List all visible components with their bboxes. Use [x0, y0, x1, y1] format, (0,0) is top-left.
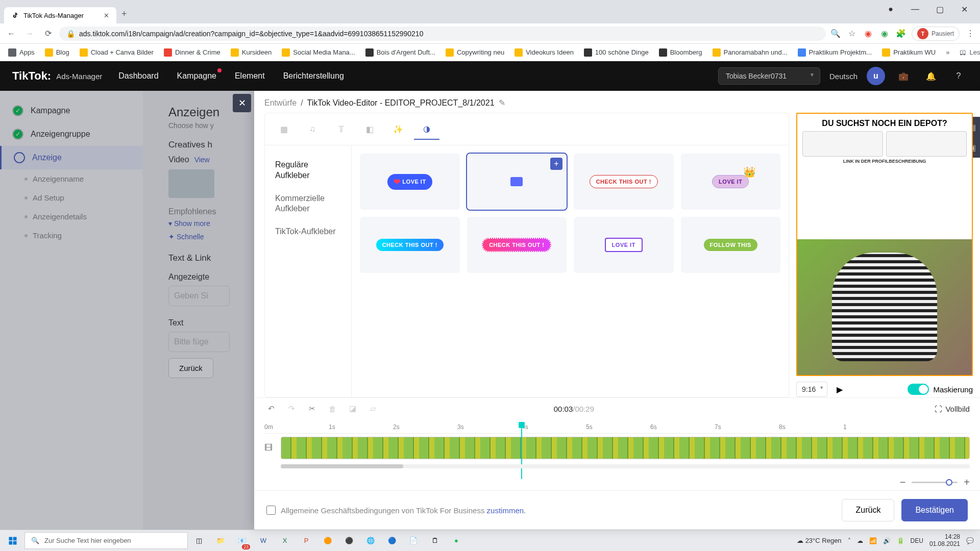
spotify-icon[interactable]: ●: [446, 530, 467, 552]
timeline-scrollbar[interactable]: [281, 464, 970, 468]
edge-icon[interactable]: 🔵: [382, 530, 402, 552]
chrome-icon[interactable]: 🌐: [360, 530, 381, 552]
sticker-item[interactable]: FOLLOW THIS: [681, 217, 781, 273]
bookmark-item[interactable]: Copywriting neu: [442, 46, 508, 59]
avatar[interactable]: u: [867, 67, 885, 85]
bookmark-item[interactable]: Kursideen: [227, 46, 276, 59]
bookmark-item[interactable]: Bloomberg: [655, 46, 706, 59]
back-button[interactable]: Zurück: [842, 499, 894, 521]
tab-music-icon[interactable]: ♫: [300, 118, 325, 140]
bookmark-item[interactable]: Cload + Canva Bilder: [76, 46, 158, 59]
bookmark-item[interactable]: Bois d'Argent Duft...: [361, 46, 439, 59]
undo-icon[interactable]: ↶: [264, 402, 278, 415]
tab-transition-icon[interactable]: ◧: [357, 118, 382, 140]
confirm-button[interactable]: Bestätigen: [901, 499, 968, 521]
app-icon-3[interactable]: 🗒: [425, 530, 445, 552]
sticker-item[interactable]: +: [467, 154, 567, 210]
agb-link[interactable]: zustimmen.: [484, 506, 526, 515]
taskbar-search[interactable]: 🔍 Zur Suche Text hier eingeben: [24, 532, 188, 549]
start-button[interactable]: [2, 530, 23, 552]
keyboard-lang[interactable]: DEU: [911, 537, 923, 544]
language-selector[interactable]: Deutsch: [829, 72, 857, 81]
minimize-button[interactable]: —: [903, 1, 927, 17]
bookmark-item[interactable]: Panoramabahn und...: [708, 46, 792, 59]
app-icon-2[interactable]: 📄: [403, 530, 424, 552]
aspect-ratio-select[interactable]: 9:16: [796, 382, 827, 397]
add-sticker-button[interactable]: +: [550, 158, 562, 170]
volume-icon[interactable]: 🔊: [883, 537, 891, 544]
bookmark-item[interactable]: Praktikum WU: [878, 46, 940, 59]
obs-icon[interactable]: ⚫: [339, 530, 359, 552]
bookmark-apps[interactable]: Apps: [4, 46, 39, 59]
video-preview[interactable]: DU SUCHST NOCH EIN DEPOT? LINK IN DER PR…: [796, 113, 973, 376]
mail-icon[interactable]: 📧23: [232, 530, 252, 552]
browser-tab[interactable]: TikTok Ads-Manager ✕: [4, 7, 116, 23]
url-bar[interactable]: 🔒 ads.tiktok.com/i18n/campaign/ad/creati…: [59, 27, 826, 41]
extension-icon-2[interactable]: ◉: [879, 28, 890, 39]
bell-icon[interactable]: 🔔: [922, 67, 940, 85]
video-track[interactable]: [281, 437, 970, 459]
bookmark-item[interactable]: Dinner & Crime: [160, 46, 225, 59]
back-button[interactable]: ←: [4, 27, 18, 41]
close-icon[interactable]: ✕: [104, 12, 109, 19]
zoom-slider[interactable]: [912, 482, 958, 483]
extension-icon-1[interactable]: ◉: [863, 28, 874, 39]
forward-button[interactable]: →: [22, 27, 37, 41]
delete-icon[interactable]: 🗑: [326, 402, 339, 415]
bookmark-item[interactable]: 100 schöne Dinge: [580, 46, 653, 59]
bookmark-item[interactable]: Praktikum Projektm...: [794, 46, 876, 59]
taskbar-clock[interactable]: 14:28 01.08.2021: [929, 534, 960, 547]
wifi-icon[interactable]: 📶: [869, 537, 877, 544]
erase-icon[interactable]: ◪: [346, 402, 359, 415]
crop-tool-icon[interactable]: ▱: [366, 402, 380, 415]
tab-text-icon[interactable]: 𝕋: [328, 118, 354, 140]
onedrive-icon[interactable]: ☁: [857, 537, 863, 544]
tab-media-icon[interactable]: ▦: [271, 118, 297, 140]
sticker-item[interactable]: 👑 LOVE IT: [681, 154, 781, 210]
sticker-item[interactable]: CHECK THIS OUT !: [467, 217, 567, 273]
maximize-button[interactable]: ▢: [928, 1, 951, 17]
sticker-item[interactable]: CHECK THIS OUT !: [360, 217, 460, 273]
nav-bericht[interactable]: Berichterstellung: [283, 71, 344, 81]
cat-regulaere[interactable]: Reguläre Aufkleber: [270, 154, 346, 187]
cat-kommerzielle[interactable]: Kommerzielle Aufkleber: [270, 187, 346, 221]
fullscreen-button[interactable]: ⛶ Vollbild: [935, 405, 970, 413]
sticker-item[interactable]: LOVE IT: [574, 217, 674, 273]
bookmarks-overflow[interactable]: »: [942, 48, 953, 56]
playhead[interactable]: [521, 425, 522, 479]
sticker-item[interactable]: ❤LOVE IT: [360, 154, 460, 210]
pencil-icon[interactable]: ✎: [499, 98, 505, 108]
nav-element[interactable]: Element: [235, 71, 265, 81]
nav-dashboard[interactable]: Dashboard: [118, 71, 158, 81]
mask-toggle[interactable]: [908, 384, 929, 395]
account-selector[interactable]: Tobias Becker0731: [718, 67, 820, 85]
cat-tiktok[interactable]: TikTok-Aufkleber: [270, 220, 346, 243]
cut-icon[interactable]: ✂: [305, 402, 318, 415]
zoom-out-button[interactable]: −: [900, 477, 906, 488]
help-icon[interactable]: ?: [949, 67, 968, 85]
zoom-in-button[interactable]: +: [964, 477, 970, 488]
bookmark-item[interactable]: Social Media Mana...: [278, 46, 359, 59]
new-tab-button[interactable]: +: [116, 5, 132, 23]
tab-effects-icon[interactable]: ✨: [385, 118, 411, 140]
menu-dots-icon[interactable]: ⋮: [965, 28, 976, 39]
redo-icon[interactable]: ↷: [285, 402, 298, 415]
powerpoint-icon[interactable]: P: [296, 530, 316, 552]
tab-stickers-icon[interactable]: ◑: [414, 118, 439, 140]
close-modal-button[interactable]: ✕: [233, 94, 251, 112]
bookmark-item[interactable]: Blog: [41, 46, 74, 59]
explorer-icon[interactable]: 📁: [210, 530, 231, 552]
extensions-puzzle-icon[interactable]: 🧩: [895, 28, 906, 39]
reload-button[interactable]: ⟳: [41, 27, 55, 41]
bookmark-star-icon[interactable]: ☆: [846, 28, 857, 39]
word-icon[interactable]: W: [253, 530, 274, 552]
zoom-icon[interactable]: 🔍: [830, 28, 841, 39]
notifications-icon[interactable]: 💬: [966, 537, 974, 544]
reading-list[interactable]: 🕮 Leseliste: [955, 48, 980, 56]
sticker-item[interactable]: CHECK THIS OUT !: [574, 154, 674, 210]
tray-chevron-icon[interactable]: ˄: [848, 537, 851, 544]
briefcase-icon[interactable]: 💼: [894, 67, 913, 85]
sync-dot-icon[interactable]: ●: [879, 1, 902, 17]
battery-icon[interactable]: 🔋: [897, 537, 904, 544]
bookmark-item[interactable]: Videokurs Ideen: [510, 46, 578, 59]
